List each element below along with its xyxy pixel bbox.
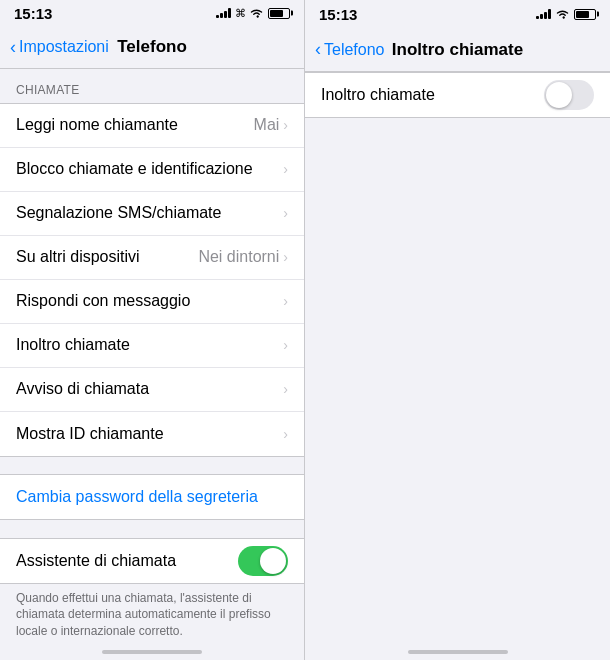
assistente-toggle-item: Assistente di chiamata — [0, 539, 304, 583]
chevron-right-icon: › — [283, 117, 288, 133]
list-item[interactable]: Avviso di chiamata › — [0, 368, 304, 412]
item-segnalazione-right: › — [283, 205, 288, 221]
chevron-right-icon: › — [283, 249, 288, 265]
left-time: 15:13 — [14, 5, 52, 22]
list-item[interactable]: Segnalazione SMS/chiamate › — [0, 192, 304, 236]
chiamate-section-label: CHIAMATE — [0, 69, 304, 103]
list-item[interactable]: Blocco chiamate e identificazione › — [0, 148, 304, 192]
cambia-password-item[interactable]: Cambia password della segreteria — [0, 475, 304, 519]
inoltro-toggle-switch[interactable] — [544, 80, 594, 110]
item-avviso-label: Avviso di chiamata — [16, 380, 149, 398]
left-panel: 15:13 ⌘ ‹ Impostazioni Telefono CHI — [0, 0, 305, 660]
left-status-bar: 15:13 ⌘ — [0, 0, 304, 27]
left-status-icons: ⌘ — [216, 7, 290, 20]
inoltro-settings-group: Inoltro chiamate — [305, 72, 610, 118]
list-item[interactable]: Inoltro chiamate › — [0, 324, 304, 368]
item-leggi-right: Mai › — [254, 116, 288, 134]
left-back-button[interactable]: ‹ Impostazioni — [10, 37, 109, 58]
assistente-description: Quando effettui una chiamata, l'assisten… — [0, 584, 304, 650]
left-signal-icon — [216, 8, 231, 18]
chevron-right-icon: › — [283, 381, 288, 397]
item-blocco-right: › — [283, 161, 288, 177]
right-nav-bar: ‹ Telefono Inoltro chiamate — [305, 28, 610, 72]
assistente-label: Assistente di chiamata — [16, 552, 176, 570]
right-back-chevron-icon: ‹ — [315, 39, 321, 60]
right-status-bar: 15:13 — [305, 0, 610, 28]
assistente-toggle-group: Assistente di chiamata — [0, 538, 304, 584]
item-altri-label: Su altri dispositivi — [16, 248, 140, 266]
item-blocco-label: Blocco chiamate e identificazione — [16, 160, 253, 178]
right-battery-icon — [574, 9, 596, 20]
left-back-chevron-icon: ‹ — [10, 37, 16, 58]
inoltro-toggle-item: Inoltro chiamate — [305, 73, 610, 117]
right-back-label: Telefono — [324, 41, 385, 59]
item-segnalazione-label: Segnalazione SMS/chiamate — [16, 204, 221, 222]
right-panel: 15:13 ‹ Telefono Inoltro chiamate — [305, 0, 610, 660]
item-rispondi-label: Rispondi con messaggio — [16, 292, 190, 310]
right-signal-icon — [536, 9, 551, 19]
right-home-bar — [408, 650, 508, 654]
left-nav-title: Telefono — [117, 37, 187, 57]
chevron-right-icon: › — [283, 161, 288, 177]
cambia-password-label: Cambia password della segreteria — [16, 488, 258, 506]
assistente-toggle-knob — [260, 548, 286, 574]
list-item[interactable]: Su altri dispositivi Nei dintorni › — [0, 236, 304, 280]
item-leggi-value: Mai — [254, 116, 280, 134]
item-rispondi-right: › — [283, 293, 288, 309]
item-inoltro-label: Inoltro chiamate — [16, 336, 130, 354]
right-nav-title: Inoltro chiamate — [392, 40, 523, 60]
right-home-indicator — [305, 650, 610, 660]
item-mostra-right: › — [283, 426, 288, 442]
right-back-button[interactable]: ‹ Telefono — [315, 39, 385, 60]
left-back-label: Impostazioni — [19, 38, 109, 56]
left-home-bar — [102, 650, 202, 654]
left-battery-icon — [268, 8, 290, 19]
item-leggi-label: Leggi nome chiamante — [16, 116, 178, 134]
list-item[interactable]: Leggi nome chiamante Mai › — [0, 104, 304, 148]
right-time: 15:13 — [319, 6, 357, 23]
left-wifi-icon: ⌘ — [235, 7, 264, 20]
item-mostra-label: Mostra ID chiamante — [16, 425, 164, 443]
chevron-right-icon: › — [283, 205, 288, 221]
item-altri-right: Nei dintorni › — [198, 248, 288, 266]
inoltro-right-label: Inoltro chiamate — [321, 86, 435, 104]
right-wifi-icon — [555, 8, 570, 21]
left-nav-bar: ‹ Impostazioni Telefono — [0, 27, 304, 69]
chevron-right-icon: › — [283, 426, 288, 442]
right-status-icons — [536, 8, 596, 21]
item-inoltro-right: › — [283, 337, 288, 353]
gap1 — [0, 457, 304, 474]
item-altri-value: Nei dintorni — [198, 248, 279, 266]
chiamate-settings-group: Leggi nome chiamante Mai › Blocco chiama… — [0, 103, 304, 457]
inoltro-toggle-knob — [546, 82, 572, 108]
item-avviso-right: › — [283, 381, 288, 397]
blue-link-group: Cambia password della segreteria — [0, 474, 304, 520]
chevron-right-icon: › — [283, 337, 288, 353]
left-home-indicator — [0, 650, 304, 660]
chevron-right-icon: › — [283, 293, 288, 309]
list-item[interactable]: Mostra ID chiamante › — [0, 412, 304, 456]
list-item[interactable]: Rispondi con messaggio › — [0, 280, 304, 324]
assistente-toggle-switch[interactable] — [238, 546, 288, 576]
